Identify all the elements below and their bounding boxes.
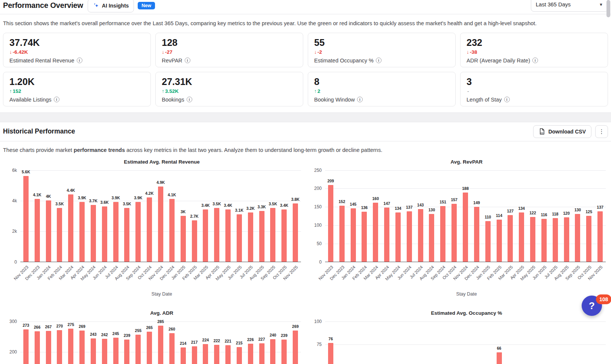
bar[interactable] xyxy=(440,206,445,261)
bar[interactable] xyxy=(519,212,524,262)
bar[interactable] xyxy=(35,331,40,364)
bar[interactable] xyxy=(281,340,287,364)
info-icon[interactable]: i xyxy=(376,58,381,63)
bar[interactable] xyxy=(203,344,208,364)
bar[interactable] xyxy=(373,203,378,261)
info-icon[interactable]: i xyxy=(54,97,59,102)
bar[interactable] xyxy=(384,208,389,261)
bar[interactable] xyxy=(237,347,242,364)
bar[interactable] xyxy=(248,212,253,261)
bar[interactable] xyxy=(102,339,107,364)
help-button[interactable]: ? 108 xyxy=(582,296,602,316)
bar[interactable] xyxy=(293,331,298,364)
bar[interactable] xyxy=(281,209,287,261)
bar[interactable] xyxy=(113,338,119,364)
metric-value: 128 xyxy=(162,37,297,48)
bar[interactable] xyxy=(57,208,62,261)
bar[interactable] xyxy=(225,209,231,261)
bar[interactable] xyxy=(46,331,51,364)
bar[interactable] xyxy=(270,208,275,261)
bar[interactable] xyxy=(463,193,468,261)
bar[interactable] xyxy=(362,212,367,262)
info-icon[interactable]: i xyxy=(357,97,363,102)
info-icon[interactable]: i xyxy=(185,58,190,63)
info-icon[interactable]: i xyxy=(532,58,538,63)
bar[interactable] xyxy=(564,217,569,261)
bar[interactable] xyxy=(225,345,231,364)
info-icon[interactable]: i xyxy=(504,97,510,102)
bar[interactable] xyxy=(339,206,345,261)
bar[interactable] xyxy=(293,203,298,262)
more-options-button[interactable]: ⋮ xyxy=(595,125,608,138)
scrollbar[interactable] xyxy=(606,0,610,17)
bar[interactable] xyxy=(147,332,152,364)
bar[interactable] xyxy=(192,346,197,364)
bar[interactable] xyxy=(497,220,502,261)
info-icon[interactable]: i xyxy=(77,58,82,63)
y-axis: 0100200300 xyxy=(3,322,20,364)
bar[interactable] xyxy=(530,217,535,262)
bar[interactable] xyxy=(575,214,580,262)
bar[interactable] xyxy=(113,202,119,262)
bar[interactable] xyxy=(203,209,208,261)
bar[interactable] xyxy=(407,211,412,262)
bar[interactable] xyxy=(395,212,401,262)
bar[interactable] xyxy=(169,333,175,364)
bar[interactable] xyxy=(181,347,186,364)
bar[interactable] xyxy=(124,340,129,364)
bar[interactable] xyxy=(135,335,141,364)
bar[interactable] xyxy=(135,202,141,262)
bar[interactable] xyxy=(192,220,197,262)
bar-value-label: 4.2K xyxy=(145,191,154,196)
bar[interactable] xyxy=(68,194,73,262)
bar-value-label: 266 xyxy=(34,325,41,329)
bar-value-label: 122 xyxy=(529,211,536,215)
bar[interactable] xyxy=(451,204,457,261)
period-dropdown[interactable]: Last 365 Days ▼ xyxy=(531,0,608,12)
bar[interactable] xyxy=(35,199,40,262)
bar-value-label: 3.9K xyxy=(112,196,120,200)
bar[interactable] xyxy=(91,205,96,261)
bar[interactable] xyxy=(158,187,163,261)
bar[interactable] xyxy=(597,211,603,262)
bar[interactable] xyxy=(147,197,152,262)
bar[interactable] xyxy=(541,219,547,261)
bar[interactable] xyxy=(328,343,333,364)
bar[interactable] xyxy=(23,329,29,364)
bar[interactable] xyxy=(474,207,479,261)
bar[interactable] xyxy=(351,208,356,262)
bar[interactable] xyxy=(214,345,219,364)
bar[interactable] xyxy=(259,211,264,261)
bar[interactable] xyxy=(248,344,253,364)
bar[interactable] xyxy=(79,331,85,364)
bar[interactable] xyxy=(237,214,242,262)
y-axis: 050100150200250 xyxy=(308,170,325,262)
bar[interactable] xyxy=(68,329,73,364)
bar[interactable] xyxy=(497,352,502,364)
bar-value-label: 3.2K xyxy=(246,206,255,211)
bar[interactable] xyxy=(429,214,434,262)
bar[interactable] xyxy=(485,221,491,261)
bar[interactable] xyxy=(158,326,163,364)
bar[interactable] xyxy=(23,176,29,262)
info-icon[interactable]: i xyxy=(187,97,192,102)
bar[interactable] xyxy=(553,218,558,261)
bar[interactable] xyxy=(57,330,62,364)
bar[interactable] xyxy=(91,338,96,364)
metric-delta: ↓-27 xyxy=(162,49,297,56)
bar[interactable] xyxy=(124,208,129,261)
bar[interactable] xyxy=(328,185,333,262)
bar[interactable] xyxy=(79,202,85,262)
bar[interactable] xyxy=(508,215,513,262)
ai-insights-button[interactable]: AI Insights xyxy=(88,0,134,12)
bar[interactable] xyxy=(102,206,107,261)
bar[interactable] xyxy=(181,216,186,262)
bar[interactable] xyxy=(259,343,264,364)
bar[interactable] xyxy=(270,339,275,364)
download-csv-button[interactable]: csv Download CSV xyxy=(533,125,591,138)
bar[interactable] xyxy=(214,208,219,261)
bar[interactable] xyxy=(46,200,51,262)
bar[interactable] xyxy=(418,209,423,262)
bar[interactable] xyxy=(586,216,591,262)
bar[interactable] xyxy=(169,199,175,262)
